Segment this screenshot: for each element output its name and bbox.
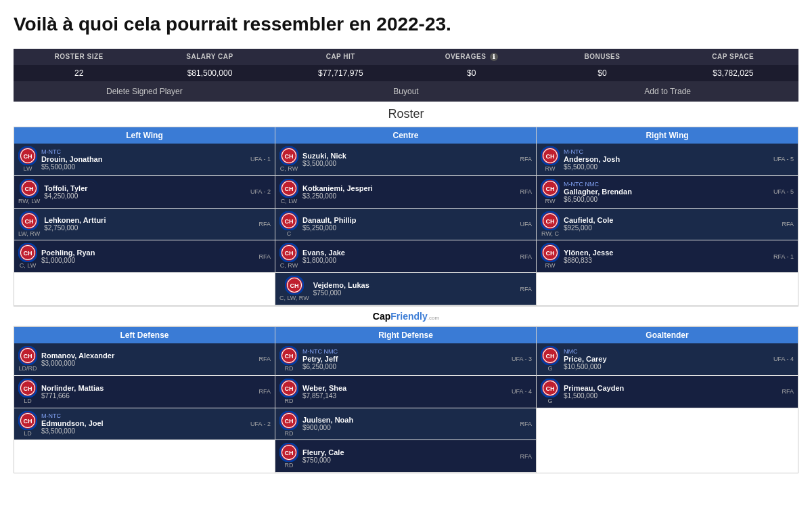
player-name: Vejdemo, Lukas bbox=[313, 281, 518, 289]
add-to-trade-button[interactable]: Add to Trade bbox=[537, 81, 798, 102]
player-pos-logo: CH C, LW, RW bbox=[279, 276, 309, 302]
player-contract: RFA bbox=[258, 253, 271, 260]
player-pos-logo: CH RD bbox=[279, 379, 298, 405]
right-wing-column: Right Wing CH RW M-NTC Anderson, Josh $5… bbox=[537, 127, 798, 305]
cap-space-value: $3,782,025 bbox=[668, 65, 798, 81]
player-contract: RFA bbox=[782, 388, 794, 395]
table-row[interactable]: CH RW Ylönen, Jesse $880,833 RFA - 1 bbox=[537, 240, 798, 273]
player-contract: UFA bbox=[520, 221, 532, 228]
player-name: Ylönen, Jesse bbox=[564, 249, 771, 257]
table-row[interactable]: CH RD Juulsen, Noah $900,000 RFA bbox=[275, 408, 536, 441]
player-info: Caufield, Cole $925,000 bbox=[564, 216, 779, 232]
player-salary: $771,666 bbox=[41, 392, 256, 400]
player-pos-logo: CH LD bbox=[18, 379, 37, 405]
player-position: RD bbox=[285, 398, 294, 405]
table-row[interactable]: CH LD/RD Romanov, Alexander $3,000,000 R… bbox=[14, 343, 275, 376]
player-info: Toffoli, Tyler $4,250,000 bbox=[44, 184, 248, 200]
player-info: NMC Price, Carey $10,500,000 bbox=[564, 348, 771, 370]
capfriendly-friendly-text: Friendly bbox=[390, 311, 427, 322]
svg-text:CH: CH bbox=[284, 418, 293, 425]
table-row[interactable]: CH C, RW Evans, Jake $1,800,000 RFA bbox=[275, 240, 536, 273]
capfriendly-watermark: CapFriendly.com bbox=[14, 306, 798, 326]
cap-space-header: CAP SPACE bbox=[668, 49, 798, 65]
svg-text:CH: CH bbox=[284, 251, 293, 257]
page-container: Voilà à quoi cela pourrait ressembler en… bbox=[14, 14, 798, 473]
player-salary: $10,500,000 bbox=[564, 363, 771, 370]
player-tag: M-NTC bbox=[41, 148, 248, 155]
roster-size-value: 22 bbox=[14, 65, 144, 81]
player-contract: RFA bbox=[520, 156, 532, 163]
svg-text:CH: CH bbox=[23, 353, 32, 360]
table-row[interactable]: CH C, RW Suzuki, Nick $3,500,000 RFA bbox=[275, 144, 536, 176]
buyout-button[interactable]: Buyout bbox=[275, 81, 537, 102]
roster-title: Roster bbox=[14, 102, 798, 127]
player-contract: UFA - 2 bbox=[250, 188, 271, 195]
player-position: LD bbox=[24, 398, 32, 405]
player-salary: $2,750,000 bbox=[44, 224, 256, 232]
svg-text:CH: CH bbox=[284, 450, 293, 457]
stats-section: ROSTER SIZE SALARY CAP CAP HIT OVERAGES … bbox=[14, 49, 798, 102]
player-contract: RFA bbox=[520, 421, 532, 427]
player-salary: $900,000 bbox=[302, 424, 517, 431]
player-name: Danault, Phillip bbox=[302, 216, 517, 224]
table-row[interactable]: CH LW M-NTC Drouin, Jonathan $5,500,000 … bbox=[14, 144, 275, 176]
table-row[interactable]: CH C, LW, RW Vejdemo, Lukas $750,000 RFA bbox=[275, 273, 536, 305]
player-position: RW bbox=[545, 198, 556, 205]
table-row[interactable]: CH RW M-NTC NMC Gallagher, Brendan $6,50… bbox=[537, 176, 798, 209]
player-name: Weber, Shea bbox=[302, 384, 509, 392]
player-salary: $6,250,000 bbox=[302, 363, 509, 370]
player-salary: $925,000 bbox=[564, 224, 779, 232]
overages-value: $0 bbox=[406, 65, 537, 81]
player-name: Gallagher, Brendan bbox=[564, 188, 771, 196]
player-contract: RFA bbox=[258, 356, 271, 362]
player-name: Drouin, Jonathan bbox=[41, 155, 248, 163]
right-wing-header: Right Wing bbox=[537, 127, 798, 144]
player-pos-logo: CH RD bbox=[279, 411, 298, 437]
table-row[interactable]: CH RW M-NTC Anderson, Josh $5,500,000 UF… bbox=[537, 144, 798, 176]
player-name: Romanov, Alexander bbox=[41, 351, 256, 360]
player-pos-logo: CH C, LW bbox=[18, 243, 37, 270]
player-name: Poehling, Ryan bbox=[41, 249, 256, 257]
player-name: Norlinder, Mattias bbox=[41, 384, 256, 392]
player-pos-logo: CH G bbox=[541, 379, 560, 405]
table-row[interactable]: CH RD Fleury, Cale $750,000 RFA bbox=[275, 440, 536, 473]
svg-text:CH: CH bbox=[545, 218, 554, 225]
table-row[interactable]: CH LD M-NTC Edmundson, Joel $3,500,000 U… bbox=[14, 408, 275, 441]
player-info: M-NTC Drouin, Jonathan $5,500,000 bbox=[41, 148, 248, 171]
table-row[interactable]: CH G NMC Price, Carey $10,500,000 UFA - … bbox=[537, 343, 798, 376]
table-row[interactable]: CH C Danault, Phillip $5,250,000 UFA bbox=[275, 209, 536, 241]
player-position: C, LW, RW bbox=[279, 295, 309, 302]
player-pos-logo: CH RD bbox=[279, 443, 298, 469]
player-salary: $3,500,000 bbox=[41, 427, 248, 435]
player-pos-logo: CH LW, RW bbox=[18, 211, 40, 238]
delete-signed-player-button[interactable]: Delete Signed Player bbox=[14, 81, 275, 102]
player-position: C bbox=[287, 230, 292, 238]
table-row[interactable]: CH G Primeau, Cayden $1,500,000 RFA bbox=[537, 376, 798, 408]
player-name: Anderson, Josh bbox=[564, 155, 771, 163]
player-contract: UFA - 4 bbox=[773, 356, 794, 362]
player-contract: RFA bbox=[258, 221, 271, 228]
player-info: Fleury, Cale $750,000 bbox=[302, 448, 517, 464]
player-contract: RFA bbox=[258, 388, 271, 395]
player-pos-logo: CH G bbox=[541, 346, 560, 372]
player-salary: $4,250,000 bbox=[44, 192, 248, 200]
table-row[interactable]: CH C, LW Poehling, Ryan $1,000,000 RFA bbox=[14, 240, 275, 273]
player-position: RD bbox=[285, 365, 294, 372]
player-contract: RFA - 1 bbox=[773, 253, 794, 260]
table-row[interactable]: CH LW, RW Lehkonen, Artturi $2,750,000 R… bbox=[14, 209, 275, 241]
table-row[interactable]: CH C, LW Kotkaniemi, Jesperi $3,250,000 … bbox=[275, 176, 536, 209]
player-position: LD bbox=[24, 430, 32, 437]
capfriendly-cap-text: Cap bbox=[373, 311, 390, 322]
player-salary: $3,500,000 bbox=[302, 160, 517, 167]
player-info: Poehling, Ryan $1,000,000 bbox=[41, 249, 256, 264]
player-contract: RFA bbox=[520, 286, 532, 293]
player-name: Kotkaniemi, Jesperi bbox=[302, 184, 517, 192]
table-row[interactable]: CH RW, C Caufield, Cole $925,000 RFA bbox=[537, 209, 798, 241]
table-row[interactable]: CH LD Norlinder, Mattias $771,666 RFA bbox=[14, 376, 275, 408]
player-pos-logo: CH RD bbox=[279, 346, 298, 372]
table-row[interactable]: CH RD M-NTC NMC Petry, Jeff $6,250,000 U… bbox=[275, 343, 536, 376]
action-buttons-row: Delete Signed Player Buyout Add to Trade bbox=[14, 81, 798, 102]
player-salary: $1,000,000 bbox=[41, 257, 256, 264]
table-row[interactable]: CH RW, LW Toffoli, Tyler $4,250,000 UFA … bbox=[14, 176, 275, 209]
table-row[interactable]: CH RD Weber, Shea $7,857,143 UFA - 4 bbox=[275, 376, 536, 408]
